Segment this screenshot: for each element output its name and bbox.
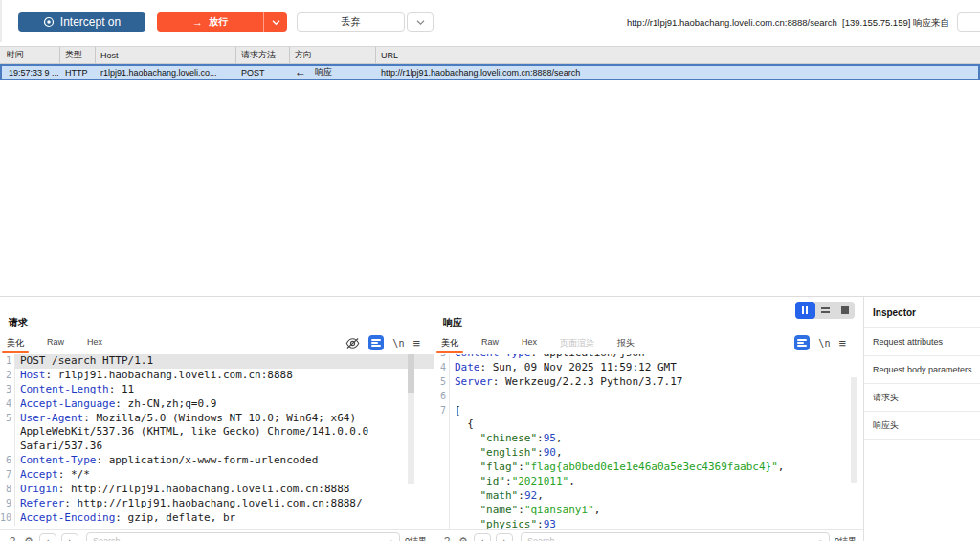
result-count: 0结果 xyxy=(835,535,857,541)
forward-dropdown[interactable] xyxy=(263,12,287,32)
magnifier-icon: ⌕ xyxy=(818,536,823,541)
code-line: 3Content-Type: application/json xyxy=(434,354,863,361)
tab-headers[interactable]: 报头 xyxy=(617,337,635,352)
tab-beautify[interactable]: 美化 xyxy=(7,337,24,352)
request-editor[interactable]: 1POST /search HTTP/1.12Host: r1lpj91.hao… xyxy=(0,354,434,529)
next-button[interactable]: › xyxy=(496,533,513,541)
inspector-item-request-headers[interactable]: 请求头 xyxy=(864,384,980,412)
cutoff-control[interactable] xyxy=(957,12,980,32)
magnifier-icon: ⌕ xyxy=(389,536,393,541)
drop-dropdown[interactable] xyxy=(407,12,434,32)
forward-button[interactable]: →放行 xyxy=(157,12,287,32)
layout-single-button[interactable] xyxy=(835,302,855,319)
code-line: "name":"qiansanyi", xyxy=(434,504,863,518)
search-input[interactable]: Search⌕ xyxy=(521,532,830,541)
request-panel-icons: \n ≡ xyxy=(345,335,420,350)
request-panel-title: 请求 xyxy=(9,316,28,329)
code-line: "math":92, xyxy=(434,489,863,504)
cell-time: 19:57:33 9 ... xyxy=(2,66,60,79)
cell-method: POST xyxy=(236,66,290,79)
code-line: "flag":"flag{ab0bed0e1e1e46a0a5e3ec4369f… xyxy=(434,461,863,475)
response-editor[interactable]: 3Content-Type: application/json4Date: Su… xyxy=(434,354,863,529)
format-icon[interactable] xyxy=(794,335,810,350)
mitm-intercept-screen: Intercept on →放行 丢弃 http://r1lpj91.haoba… xyxy=(0,0,980,541)
cell-direction: ←响应 xyxy=(290,66,376,79)
col-url[interactable]: URL xyxy=(376,47,980,63)
tab-raw[interactable]: Raw xyxy=(47,337,64,352)
col-time[interactable]: 时间 xyxy=(0,47,60,63)
code-line: 5Server: Werkzeug/2.2.3 Python/3.7.17 xyxy=(434,375,863,390)
inspector-item-request-attributes[interactable]: Request attributes xyxy=(864,328,980,356)
newline-icon[interactable]: \n xyxy=(392,338,404,349)
eye-off-icon[interactable] xyxy=(345,337,360,349)
forward-main[interactable]: →放行 xyxy=(157,12,263,32)
tab-raw[interactable]: Raw xyxy=(481,337,499,352)
cell-url: http://r1lpj91.haobachang.loveli.com.cn:… xyxy=(376,66,978,79)
chevron-down-icon xyxy=(272,19,280,26)
code-line: 7[ xyxy=(434,404,863,418)
gear-icon[interactable]: ⚙ xyxy=(457,535,469,541)
code-line: "physics":93 xyxy=(434,518,863,529)
eye-icon xyxy=(43,16,55,28)
tab-hex[interactable]: Hex xyxy=(87,337,102,352)
layout-split-button[interactable] xyxy=(795,302,815,319)
layout-switch-group xyxy=(795,302,855,319)
code-line: 10Accept-Encoding: gzip, deflate, br xyxy=(0,511,434,526)
inspector-title: Inspector xyxy=(864,297,980,328)
tab-hex[interactable]: Hex xyxy=(522,337,537,352)
response-panel: 响应 美化 Raw Hex 页面渲染 报头 \n ≡ 3Content-Type… xyxy=(434,297,863,541)
equals-icon xyxy=(821,307,830,313)
help-icon[interactable]: ? xyxy=(7,535,18,541)
code-line: 6Content-Type: application/x-www-form-ur… xyxy=(0,454,434,468)
col-direction[interactable]: 方向 xyxy=(290,47,376,63)
code-line: "english":90, xyxy=(434,446,863,461)
help-icon[interactable]: ? xyxy=(441,535,453,541)
next-button[interactable]: › xyxy=(61,533,78,541)
result-count: 0结果 xyxy=(405,535,427,541)
inspector-item-response-headers[interactable]: 响应头 xyxy=(864,412,980,440)
response-tabs: 美化 Raw Hex 页面渲染 报头 xyxy=(441,337,635,352)
code-line: AppleWebKit/537.36 (KHTML, like Gecko) C… xyxy=(0,425,434,440)
response-scrollbar[interactable] xyxy=(851,377,858,483)
col-host[interactable]: Host xyxy=(96,47,236,63)
flow-table: 时间 类型 Host 请求方法 方向 URL 19:57:33 9 ... HT… xyxy=(0,46,980,80)
code-line: 5User-Agent: Mozilla/5.0 (Windows NT 10.… xyxy=(0,412,434,426)
code-line: "id":"2021011", xyxy=(434,475,863,489)
code-line: 4Date: Sun, 09 Nov 2025 11:59:12 GMT xyxy=(434,361,863,375)
tab-beautify[interactable]: 美化 xyxy=(441,337,458,352)
menu-icon[interactable]: ≡ xyxy=(412,337,420,349)
drop-button[interactable]: 丢弃 xyxy=(297,12,405,32)
chevron-down-icon xyxy=(416,19,425,26)
bottom-section: 请求 美化 Raw Hex \n ≡ 1POST /search HTTP/1.… xyxy=(0,296,980,541)
request-footer: ? ⚙ ‹ › Search⌕ 0结果 xyxy=(0,529,434,541)
code-line: 2Host: r1lpj91.haobachang.loveli.com.cn:… xyxy=(0,369,434,383)
search-input[interactable]: Search⌕ xyxy=(86,532,400,541)
code-line: "chinese":95, xyxy=(434,432,863,446)
response-panel-icons: \n ≡ xyxy=(794,335,846,350)
code-line: 7Accept: */* xyxy=(0,468,434,483)
prev-button[interactable]: ‹ xyxy=(474,533,491,541)
gear-icon[interactable]: ⚙ xyxy=(23,535,34,541)
prev-button[interactable]: ‹ xyxy=(39,533,56,541)
drop-label: 丢弃 xyxy=(342,15,361,29)
intercept-toggle-button[interactable]: Intercept on xyxy=(18,12,145,32)
tab-render[interactable]: 页面渲染 xyxy=(560,337,594,352)
cell-type: HTTP xyxy=(60,66,96,79)
col-method[interactable]: 请求方法 xyxy=(236,47,290,63)
request-tabs: 美化 Raw Hex xyxy=(7,337,102,352)
layout-stack-button[interactable] xyxy=(815,302,835,319)
inspector-item-request-body-parameters[interactable]: Request body parameters xyxy=(864,356,980,384)
forward-label: 放行 xyxy=(209,15,228,29)
response-footer: ? ⚙ ‹ › Search⌕ 0结果 xyxy=(434,529,863,541)
request-panel: 请求 美化 Raw Hex \n ≡ 1POST /search HTTP/1.… xyxy=(0,297,434,541)
format-icon[interactable] xyxy=(368,335,384,350)
table-row[interactable]: 19:57:33 9 ... HTTP r1lpj91.haobachang.l… xyxy=(0,64,980,80)
top-toolbar: Intercept on →放行 丢弃 http://r1lpj91.haoba… xyxy=(0,0,980,45)
newline-icon[interactable]: \n xyxy=(818,338,830,349)
request-scrollbar[interactable] xyxy=(408,354,414,484)
pause-icon xyxy=(802,306,808,314)
window-edge xyxy=(0,0,2,42)
table-header: 时间 类型 Host 请求方法 方向 URL xyxy=(0,46,980,64)
menu-icon[interactable]: ≡ xyxy=(838,337,846,349)
col-type[interactable]: 类型 xyxy=(60,47,96,63)
